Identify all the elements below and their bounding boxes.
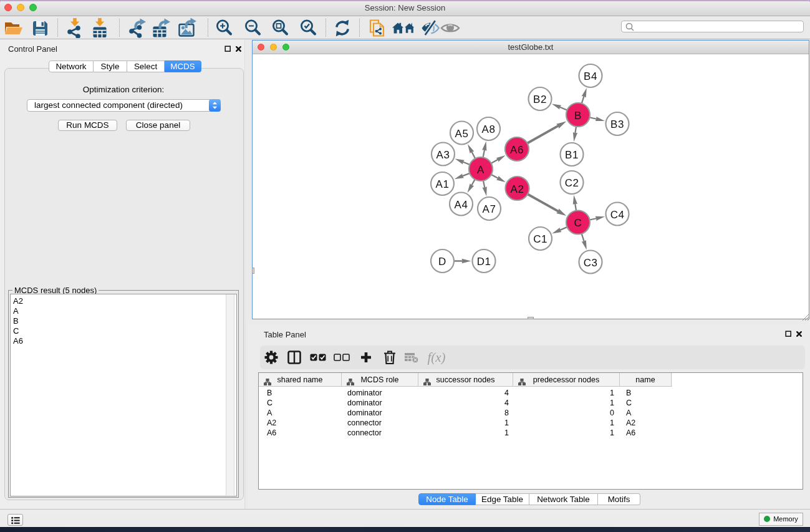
svg-text:A6: A6 — [510, 144, 524, 156]
svg-text:A: A — [477, 164, 485, 176]
svg-text:A1: A1 — [436, 178, 450, 190]
svg-text:A2: A2 — [511, 183, 524, 195]
svg-text:D1: D1 — [477, 256, 491, 268]
svg-text:D: D — [438, 256, 446, 268]
svg-text:C2: C2 — [565, 177, 579, 189]
svg-text:A3: A3 — [436, 149, 450, 161]
svg-text:C1: C1 — [533, 233, 547, 245]
svg-text:B: B — [574, 110, 582, 122]
svg-text:B1: B1 — [565, 149, 579, 161]
svg-text:B2: B2 — [533, 94, 547, 105]
svg-text:A7: A7 — [483, 203, 496, 215]
svg-text:C4: C4 — [610, 209, 625, 221]
svg-text:B4: B4 — [584, 70, 597, 82]
svg-text:B3: B3 — [610, 118, 624, 130]
svg-text:C: C — [574, 217, 582, 229]
svg-text:C3: C3 — [584, 257, 598, 269]
svg-text:A5: A5 — [455, 128, 469, 140]
svg-text:A8: A8 — [482, 123, 496, 135]
svg-text:f(x): f(x) — [427, 350, 445, 365]
svg-text:A4: A4 — [455, 199, 468, 211]
